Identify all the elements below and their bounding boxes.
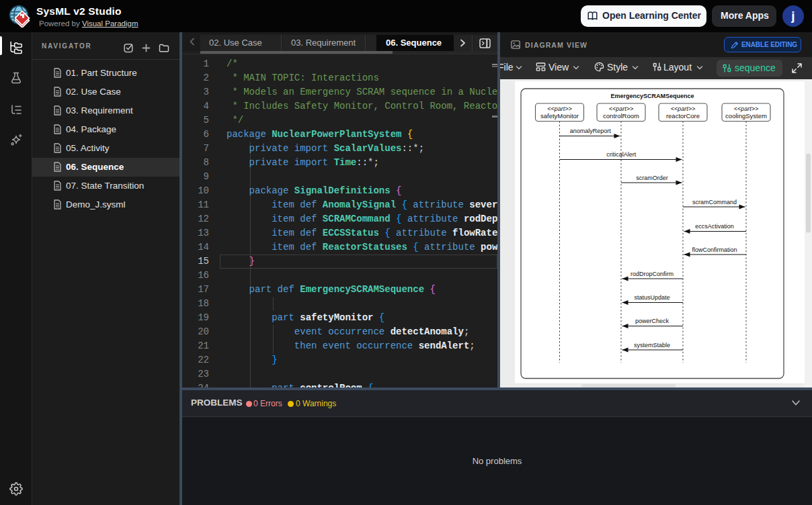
svg-text:flowConfirmation: flowConfirmation [692,246,737,252]
svg-text:<<part>>: <<part>> [671,105,696,112]
svg-text:scramCommand: scramCommand [692,198,737,205]
svg-text:powerCheck: powerCheck [635,318,669,324]
svg-text:safetyMonitor: safetyMonitor [540,112,579,120]
svg-text:criticalAlert: criticalAlert [606,151,637,158]
svg-text:anomalyReport: anomalyReport [570,128,612,134]
svg-text:statusUpdate: statusUpdate [634,294,669,301]
svg-text:<<part>>: <<part>> [734,105,759,112]
svg-text:eccsActivation: eccsActivation [695,223,734,230]
svg-text:coolingSystem: coolingSystem [725,112,767,120]
svg-text:rodDropConfirm: rodDropConfirm [631,270,674,277]
svg-text:EmergencySCRAMSequence: EmergencySCRAMSequence [610,92,694,99]
svg-text:reactorCore: reactorCore [666,112,700,120]
svg-text:<<part>>: <<part>> [547,105,572,112]
svg-text:scramOrder: scramOrder [636,174,668,181]
svg-text:controlRoom: controlRoom [603,112,639,120]
svg-text:systemStable: systemStable [634,341,670,348]
svg-text:<<part>>: <<part>> [609,105,634,112]
